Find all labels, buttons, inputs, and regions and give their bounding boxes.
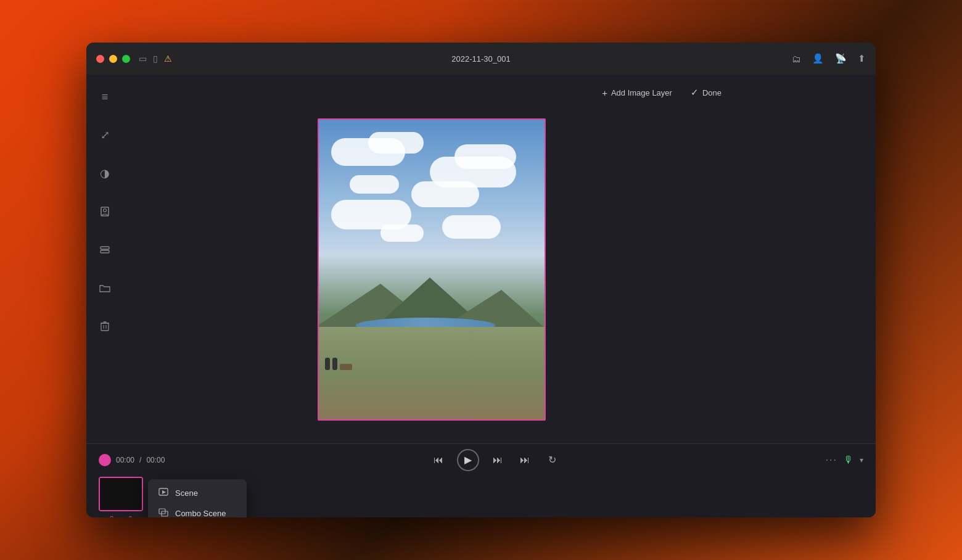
scene-option[interactable]: Scene — [148, 483, 247, 503]
time-separator: / — [139, 456, 141, 464]
chevron-down-icon[interactable]: ▾ — [860, 456, 863, 464]
cloud-4 — [454, 144, 516, 169]
app-window: ▭ ▯ ⚠ 2022-11-30_001 🗂 👤 📡 ⬆ ≡ ⤢ ◑ — [86, 43, 876, 517]
folder-icon[interactable]: 🗂 — [792, 54, 801, 64]
plus-icon: + — [602, 88, 607, 98]
more-options-icon[interactable]: ··· — [826, 455, 837, 466]
done-button[interactable]: ✓ Done — [691, 87, 722, 98]
svg-marker-10 — [162, 490, 166, 494]
ground — [319, 327, 545, 419]
total-time: 00:00 — [146, 456, 165, 464]
titlebar-extra-icons: ▭ ▯ ⚠ — [139, 54, 172, 64]
figures — [325, 358, 352, 370]
right-panel — [740, 75, 876, 443]
cloud-5 — [350, 175, 399, 194]
cloud-6 — [411, 181, 479, 207]
antenna-icon[interactable]: 📡 — [835, 53, 847, 64]
microphone-icon[interactable]: 🎙 — [844, 455, 853, 466]
playback-center: ⏮ ▶ ⏭ ⏭ ↻ — [165, 449, 825, 471]
svg-rect-4 — [101, 323, 109, 331]
minimize-button[interactable] — [109, 55, 117, 63]
canvas-container — [136, 108, 728, 431]
portrait-icon[interactable] — [95, 202, 115, 221]
titlebar-right-buttons: 🗂 👤 📡 ⬆ — [792, 53, 866, 64]
svg-point-1 — [104, 209, 107, 212]
left-sidebar: ≡ ⤢ ◑ — [86, 75, 123, 443]
person-icon[interactable]: 👤 — [812, 53, 824, 64]
menu-icon[interactable]: ≡ — [95, 87, 115, 107]
image-canvas — [318, 118, 546, 421]
figure-2 — [332, 358, 337, 370]
close-button[interactable] — [96, 55, 104, 63]
window-title: 2022-11-30_001 — [451, 54, 510, 64]
skip-to-start-button[interactable]: ⏮ — [430, 451, 447, 469]
cloud-8 — [442, 215, 501, 239]
trash-icon[interactable] — [95, 316, 115, 336]
layers-icon[interactable] — [95, 240, 115, 260]
add-image-layer-button[interactable]: + Add Image Layer — [602, 88, 672, 98]
scene-strip: Scene 2 Scene — [86, 476, 876, 517]
canvas-toolbar: + Add Image Layer ✓ Done — [136, 87, 728, 108]
svg-rect-2 — [101, 247, 109, 249]
scene-background — [319, 120, 545, 419]
share-icon[interactable]: ⬆ — [858, 53, 866, 64]
traffic-lights — [96, 55, 130, 63]
window-icon-2: ▯ — [153, 54, 158, 64]
playback-right: ··· 🎙 ▾ — [826, 455, 863, 466]
contrast-icon[interactable]: ◑ — [95, 163, 115, 183]
folder-icon[interactable] — [95, 278, 115, 298]
combo-scene-option[interactable]: Combo Scene — [148, 503, 247, 517]
scene-thumb-wrapper: Scene 2 — [99, 477, 143, 511]
current-time: 00:00 — [116, 456, 134, 464]
scene-dropdown: Scene Combo Scene — [148, 479, 247, 517]
loop-button[interactable]: ↻ — [543, 451, 561, 469]
window-icon-1: ▭ — [139, 54, 147, 64]
main-content: ≡ ⤢ ◑ — [86, 75, 876, 443]
scene-option-label: Scene — [175, 488, 198, 498]
scene-2-thumbnail[interactable] — [99, 477, 143, 511]
figure-1 — [325, 358, 330, 370]
playback-controls: 00:00 / 00:00 ⏮ ▶ ⏭ ⏭ ↻ ··· 🎙 ▾ — [86, 444, 876, 476]
record-button[interactable] — [99, 454, 111, 466]
bottom-bar: 00:00 / 00:00 ⏮ ▶ ⏭ ⏭ ↻ ··· 🎙 ▾ — [86, 443, 876, 517]
svg-rect-3 — [101, 250, 109, 253]
playback-left: 00:00 / 00:00 — [99, 454, 165, 466]
cloud-9 — [380, 224, 424, 242]
center-area: + Add Image Layer ✓ Done — [123, 75, 740, 443]
combo-scene-menu-icon — [158, 508, 169, 517]
table-1 — [340, 364, 352, 370]
skip-end-button[interactable]: ⏭ — [516, 451, 533, 469]
scene-2-label: Scene 2 — [110, 516, 133, 517]
skip-forward-button[interactable]: ⏭ — [489, 451, 506, 469]
warning-icon: ⚠ — [164, 54, 172, 64]
combo-scene-option-label: Combo Scene — [175, 509, 226, 517]
cloud-2 — [368, 132, 424, 154]
transform-icon[interactable]: ⤢ — [95, 125, 115, 145]
play-button[interactable]: ▶ — [457, 449, 479, 471]
titlebar: ▭ ▯ ⚠ 2022-11-30_001 🗂 👤 📡 ⬆ — [86, 43, 876, 75]
checkmark-icon: ✓ — [691, 87, 699, 98]
scene-menu-icon — [158, 488, 169, 498]
fullscreen-button[interactable] — [122, 55, 130, 63]
